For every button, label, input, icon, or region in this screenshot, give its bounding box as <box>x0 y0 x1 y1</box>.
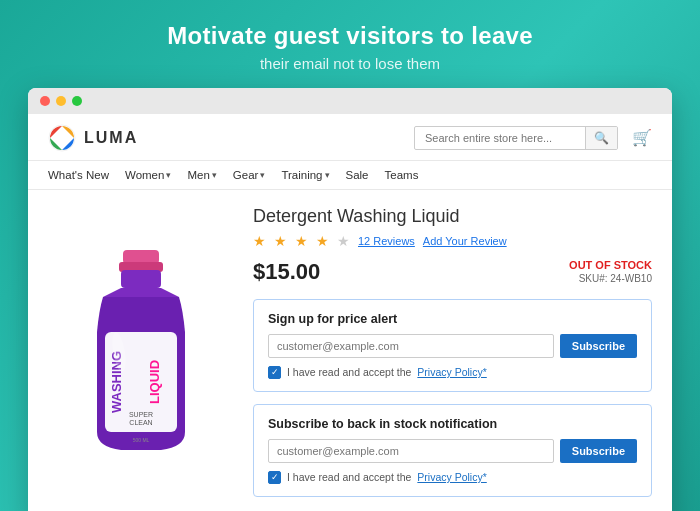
svg-point-1 <box>57 133 67 143</box>
star-5: ★ <box>337 233 350 249</box>
store-logo: LUMA <box>48 124 138 152</box>
store-header: LUMA 🔍 🛒 <box>28 114 672 161</box>
stock-notification-input-row: Subscribe <box>268 439 637 463</box>
stock-notification-title: Subscribe to back in stock notification <box>268 417 637 431</box>
svg-text:500 ML: 500 ML <box>132 437 149 443</box>
cart-icon[interactable]: 🛒 <box>632 128 652 147</box>
product-details: Detergent Washing Liquid ★ ★ ★ ★ ★ 12 Re… <box>253 206 652 509</box>
stock-notification-subscribe-button[interactable]: Subscribe <box>560 439 637 463</box>
store-name: LUMA <box>84 129 138 147</box>
nav-item-gear[interactable]: Gear ▾ <box>225 167 274 183</box>
price-alert-email-input[interactable] <box>268 334 554 358</box>
nav-item-teams[interactable]: Teams <box>377 167 427 183</box>
stock-notification-policy-link[interactable]: Privacy Policy* <box>417 471 486 483</box>
svg-text:CLEAN: CLEAN <box>129 419 152 426</box>
luma-logo-icon <box>48 124 76 152</box>
product-image: WASHING LIQUID SUPER CLEAN 500 ML <box>61 242 221 472</box>
hero-subtitle: their email not to lose them <box>20 55 680 72</box>
browser-chrome <box>28 88 672 114</box>
stock-info: OUT OF STOCK SKU#: 24-WB10 <box>569 259 652 284</box>
nav-item-sale[interactable]: Sale <box>338 167 377 183</box>
nav-item-whats-new[interactable]: What's New <box>48 167 117 183</box>
store-nav: What's New Women ▾ Men ▾ Gear ▾ Training… <box>28 161 672 190</box>
price-alert-policy-text: I have read and accept the <box>287 366 411 378</box>
price-alert-policy-checkbox[interactable] <box>268 366 281 379</box>
browser-dot-yellow[interactable] <box>56 96 66 106</box>
price-alert-box: Sign up for price alert Subscribe I have… <box>253 299 652 392</box>
svg-text:LIQUID: LIQUID <box>147 360 162 404</box>
search-input[interactable] <box>415 128 585 148</box>
hero-section: Motivate guest visitors to leave their e… <box>0 0 700 88</box>
stock-notification-policy-checkbox[interactable] <box>268 471 281 484</box>
stock-notification-email-input[interactable] <box>268 439 554 463</box>
stock-notification-box: Subscribe to back in stock notification … <box>253 404 652 497</box>
svg-rect-4 <box>121 270 161 288</box>
hero-title: Motivate guest visitors to leave <box>20 22 680 51</box>
star-4: ★ <box>316 233 329 249</box>
nav-item-training[interactable]: Training ▾ <box>273 167 337 183</box>
svg-text:SUPER: SUPER <box>128 411 152 418</box>
stock-status: OUT OF STOCK <box>569 259 652 271</box>
product-name: Detergent Washing Liquid <box>253 206 652 227</box>
svg-rect-2 <box>123 250 159 264</box>
star-2: ★ <box>274 233 287 249</box>
price-row: $15.00 OUT OF STOCK SKU#: 24-WB10 <box>253 259 652 285</box>
product-price: $15.00 <box>253 259 320 285</box>
search-bar: 🔍 <box>414 126 618 150</box>
browser-dot-green[interactable] <box>72 96 82 106</box>
chevron-down-icon: ▾ <box>212 170 217 180</box>
main-content: WASHING LIQUID SUPER CLEAN 500 ML Deterg… <box>28 190 672 511</box>
nav-item-men[interactable]: Men ▾ <box>179 167 224 183</box>
rating-row: ★ ★ ★ ★ ★ 12 Reviews Add Your Review <box>253 233 652 249</box>
product-sku: SKU#: 24-WB10 <box>569 273 652 284</box>
stock-notification-policy-text: I have read and accept the <box>287 471 411 483</box>
chevron-down-icon: ▾ <box>260 170 265 180</box>
browser-window: LUMA 🔍 🛒 What's New Women ▾ Men ▾ Gear ▾… <box>28 88 672 511</box>
price-alert-input-row: Subscribe <box>268 334 637 358</box>
chevron-down-icon: ▾ <box>325 170 330 180</box>
price-alert-subscribe-button[interactable]: Subscribe <box>560 334 637 358</box>
browser-dot-red[interactable] <box>40 96 50 106</box>
price-alert-policy-link[interactable]: Privacy Policy* <box>417 366 486 378</box>
review-count[interactable]: 12 Reviews <box>358 235 415 247</box>
stock-notification-policy-row: I have read and accept the Privacy Polic… <box>268 471 637 484</box>
price-alert-policy-row: I have read and accept the Privacy Polic… <box>268 366 637 379</box>
product-image-wrap: WASHING LIQUID SUPER CLEAN 500 ML <box>48 206 233 509</box>
star-3: ★ <box>295 233 308 249</box>
nav-item-women[interactable]: Women ▾ <box>117 167 179 183</box>
price-alert-title: Sign up for price alert <box>268 312 637 326</box>
chevron-down-icon: ▾ <box>166 170 171 180</box>
add-review-link[interactable]: Add Your Review <box>423 235 507 247</box>
search-button[interactable]: 🔍 <box>585 127 617 149</box>
star-1: ★ <box>253 233 266 249</box>
